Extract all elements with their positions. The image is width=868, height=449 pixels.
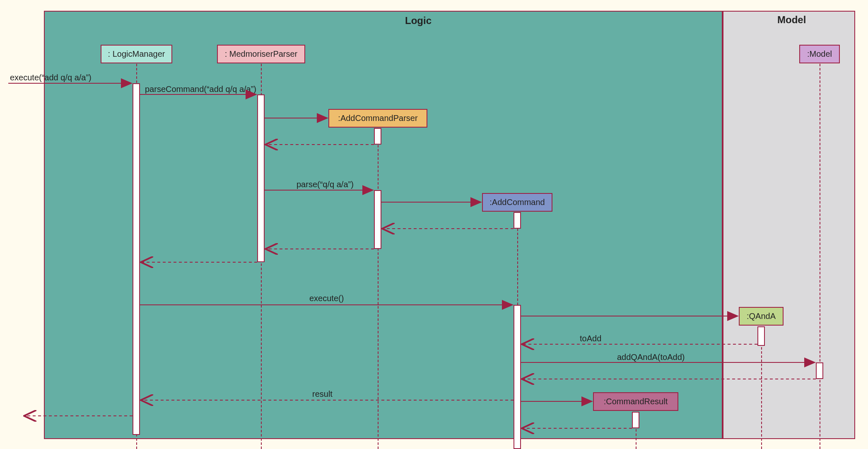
activation-add-command-parser-2	[374, 190, 381, 249]
activation-qanda	[757, 326, 765, 346]
msg-addqanda: addQAndA(toAdd)	[617, 352, 685, 362]
activation-logic-manager	[133, 83, 140, 435]
logic-frame: Logic	[44, 11, 723, 439]
activation-model	[816, 362, 823, 379]
logic-manager-head: : LogicManager	[101, 45, 172, 63]
model-label: :Model	[807, 49, 832, 58]
activation-add-command-parser-1	[374, 128, 381, 145]
activation-command-result	[632, 412, 639, 428]
activation-add-command-1	[514, 212, 521, 229]
command-result-label: :CommandResult	[604, 397, 668, 406]
logic-manager-label: : LogicManager	[108, 49, 165, 58]
qanda-label: :QAndA	[747, 311, 776, 321]
lifeline-add-command-parser	[378, 128, 379, 449]
qanda-head: :QAndA	[739, 307, 784, 326]
medmoriser-parser-label: : MedmoriserParser	[225, 49, 298, 58]
model-head: :Model	[799, 45, 840, 63]
msg-toadd: toAdd	[580, 334, 601, 343]
model-frame: Model	[723, 11, 855, 439]
medmoriser-parser-head: : MedmoriserParser	[217, 45, 305, 63]
command-result-head: :CommandResult	[593, 392, 678, 411]
msg-parsecommand: parseCommand(“add q/q a/a”)	[145, 84, 256, 94]
msg-execute-out: execute()	[309, 294, 344, 303]
add-command-label: :AddCommand	[489, 198, 545, 207]
activation-medmoriser-parser	[257, 94, 265, 262]
logic-frame-label: Logic	[405, 15, 432, 27]
model-frame-label: Model	[777, 14, 806, 26]
add-command-parser-head: :AddCommandParser	[328, 109, 427, 128]
activation-add-command-2	[514, 305, 521, 449]
msg-result: result	[312, 389, 333, 399]
msg-parse: parse(“q/q a/a”)	[297, 180, 354, 189]
add-command-head: :AddCommand	[482, 193, 552, 212]
msg-execute-in: execute(“add q/q a/a”)	[10, 73, 92, 82]
add-command-parser-label: :AddCommandParser	[338, 113, 417, 123]
lifeline-model	[820, 64, 820, 449]
